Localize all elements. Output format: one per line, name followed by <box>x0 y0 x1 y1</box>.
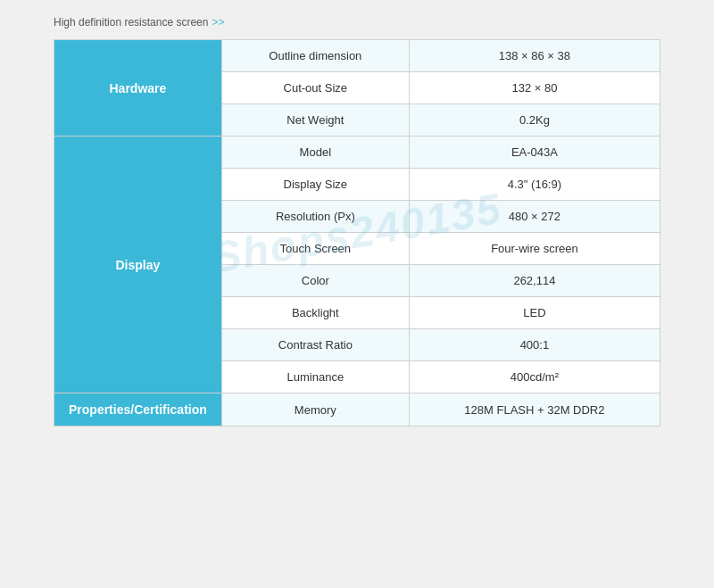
spec-label: Net Weight <box>221 104 409 137</box>
category-cell: Hardware <box>54 40 222 137</box>
table-row: Properties/CertificationMemory128M FLASH… <box>54 393 660 427</box>
spec-label: Color <box>221 265 409 297</box>
spec-label: Display Size <box>221 169 409 201</box>
spec-value: 138 × 86 × 38 <box>409 40 660 72</box>
spec-label: Cut-out Size <box>221 72 409 104</box>
spec-value: 132 × 80 <box>409 72 660 104</box>
table-row: DisplayModelEA-043A <box>54 137 660 169</box>
breadcrumb-arrows: >> <box>212 16 224 29</box>
spec-label: Resolution (Px) <box>221 201 409 233</box>
page-wrapper: High definition resistance screen >> Sho… <box>0 0 714 588</box>
spec-label: Outline dimension <box>221 40 409 72</box>
spec-label: Backlight <box>221 297 409 329</box>
category-cell: Display <box>54 137 222 393</box>
spec-value: LED <box>409 297 660 329</box>
spec-value: Four-wire screen <box>409 233 660 265</box>
spec-value: 4.3" (16:9) <box>409 169 660 201</box>
spec-value: 480 × 272 <box>409 201 660 233</box>
spec-label: Contrast Ratio <box>221 329 409 361</box>
spec-label: Memory <box>221 393 409 427</box>
spec-label: Touch Screen <box>221 233 409 265</box>
spec-value: EA-043A <box>409 137 660 169</box>
spec-value: 262,114 <box>409 265 660 297</box>
table-row: HardwareOutline dimension138 × 86 × 38 <box>54 40 660 72</box>
category-cell: Properties/Certification <box>54 393 222 427</box>
spec-label: Luminance <box>221 361 409 393</box>
spec-label: Model <box>221 137 409 169</box>
breadcrumb-text: High definition resistance screen <box>54 16 208 29</box>
spec-value: 400:1 <box>409 329 660 361</box>
spec-value: 400cd/m² <box>409 361 660 393</box>
specs-table-wrapper: Shops240135 HardwareOutline dimension138… <box>54 39 660 427</box>
breadcrumb: High definition resistance screen >> <box>54 9 660 39</box>
spec-value: 0.2Kg <box>409 104 660 137</box>
spec-value: 128M FLASH + 32M DDR2 <box>409 393 660 427</box>
specs-table: HardwareOutline dimension138 × 86 × 38Cu… <box>54 39 660 427</box>
